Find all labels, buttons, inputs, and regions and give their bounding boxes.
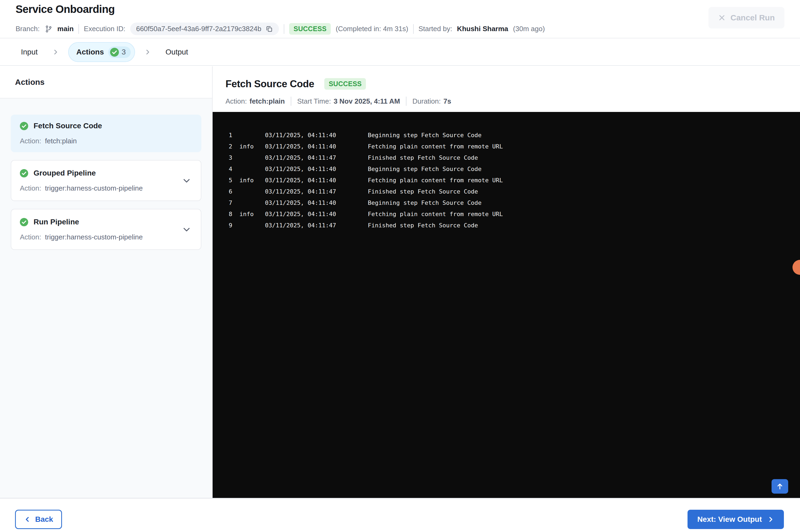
log-line-message: Beginning step Fetch Source Code: [368, 197, 800, 209]
step-start-label: Start Time:: [297, 97, 331, 106]
scroll-to-top-button[interactable]: [772, 479, 788, 494]
step-action-value: fetch:plain: [250, 97, 285, 106]
step-detail-panel: Fetch Source Code SUCCESS Action: fetch:…: [213, 66, 800, 498]
log-line: 903/11/2025, 04:11:47Finished step Fetch…: [213, 220, 800, 231]
arrow-up-icon: [776, 482, 784, 490]
close-icon: [718, 14, 726, 21]
log-line-number: 1: [229, 130, 240, 141]
log-line: 403/11/2025, 04:11:40Beginning step Fetc…: [213, 164, 800, 175]
log-line: 5info03/11/2025, 04:11:40Fetching plain …: [213, 175, 800, 186]
content-area: Actions Fetch Source CodeAction:fetch:pl…: [0, 66, 800, 498]
step-duration-label: Duration:: [412, 97, 441, 106]
log-line-number: 6: [229, 186, 240, 197]
actions-count-pill: 3: [108, 46, 131, 58]
run-status-badge: SUCCESS: [289, 23, 331, 35]
action-value: trigger:harness-custom-pipeline: [45, 233, 143, 241]
log-line-timestamp: 03/11/2025, 04:11:40: [265, 209, 368, 220]
chevron-left-icon: [24, 516, 31, 523]
log-line: 103/11/2025, 04:11:40Beginning step Fetc…: [213, 130, 800, 141]
action-card[interactable]: Run PipelineAction:trigger:harness-custo…: [11, 209, 201, 250]
chevron-right-icon: [767, 516, 774, 523]
execution-meta-row: Branch: main Execution ID: 660f50a7-5eef…: [16, 22, 545, 35]
check-circle-icon: [110, 48, 119, 57]
actions-count: 3: [121, 48, 126, 56]
log-line-level: info: [240, 209, 265, 220]
action-value: trigger:harness-custom-pipeline: [45, 184, 143, 192]
completed-in-text: (Completed in: 4m 31s): [336, 25, 408, 33]
tab-input[interactable]: Input: [16, 43, 43, 61]
log-line-message: Beginning step Fetch Source Code: [368, 164, 800, 175]
started-by-name: Khushi Sharma: [457, 25, 508, 33]
git-branch-icon: [44, 25, 53, 33]
chevron-right-icon: [52, 49, 59, 56]
log-line-timestamp: 03/11/2025, 04:11:47: [265, 220, 368, 231]
log-line: 303/11/2025, 04:11:47Finished step Fetch…: [213, 152, 800, 164]
log-line-number: 8: [229, 209, 240, 220]
tab-actions[interactable]: Actions 3: [68, 42, 135, 62]
top-header: Service Onboarding Branch: main Executio…: [0, 0, 800, 38]
log-line: 603/11/2025, 04:11:47Finished step Fetch…: [213, 186, 800, 197]
log-line-timestamp: 03/11/2025, 04:11:40: [265, 141, 368, 152]
log-line: 2info03/11/2025, 04:11:40Fetching plain …: [213, 141, 800, 152]
log-line-number: 3: [229, 152, 240, 164]
chevron-right-icon: [144, 49, 151, 56]
actions-list: Fetch Source CodeAction:fetch:plainGroup…: [0, 98, 212, 261]
action-value: fetch:plain: [45, 137, 77, 145]
log-lines: 103/11/2025, 04:11:40Beginning step Fetc…: [213, 130, 800, 231]
log-console[interactable]: 103/11/2025, 04:11:40Beginning step Fetc…: [213, 112, 800, 498]
check-circle-icon: [20, 169, 28, 177]
branch-name: main: [57, 25, 74, 33]
action-card[interactable]: Grouped PipelineAction:trigger:harness-c…: [11, 160, 201, 201]
execution-id-label: Execution ID:: [84, 25, 126, 33]
log-line-message: Fetching plain content from remote URL: [368, 175, 800, 186]
started-ago-text: (30m ago): [513, 25, 545, 33]
action-card-title: Run Pipeline: [34, 218, 79, 226]
log-line-timestamp: 03/11/2025, 04:11:47: [265, 152, 368, 164]
next-view-output-button[interactable]: Next: View Output: [687, 510, 784, 529]
log-line-level: [240, 130, 265, 141]
divider: [78, 24, 79, 34]
log-line-timestamp: 03/11/2025, 04:11:40: [265, 164, 368, 175]
stepper-bar: Input Actions 3 Output: [0, 39, 800, 66]
log-line-timestamp: 03/11/2025, 04:11:47: [265, 186, 368, 197]
copy-icon[interactable]: [266, 25, 273, 33]
divider: [413, 24, 414, 34]
action-card-title: Fetch Source Code: [34, 121, 102, 130]
execution-id-pill: 660f50a7-5eef-43a6-9ff7-2a2179c3824b: [130, 22, 279, 35]
action-card-title: Grouped Pipeline: [34, 169, 96, 177]
divider: [291, 97, 291, 106]
actions-sidebar: Actions Fetch Source CodeAction:fetch:pl…: [0, 66, 213, 498]
divider: [284, 24, 284, 34]
cancel-run-button[interactable]: Cancel Run: [708, 7, 784, 28]
divider: [406, 97, 406, 106]
next-label: Next: View Output: [697, 515, 762, 524]
log-line-level: [240, 164, 265, 175]
cancel-run-label: Cancel Run: [730, 13, 775, 22]
log-line-message: Beginning step Fetch Source Code: [368, 130, 800, 141]
tab-output[interactable]: Output: [160, 43, 194, 61]
action-card[interactable]: Fetch Source CodeAction:fetch:plain: [11, 115, 201, 152]
tab-actions-label: Actions: [76, 48, 104, 56]
step-title: Fetch Source Code: [226, 78, 314, 90]
log-line-level: [240, 220, 265, 231]
log-line-timestamp: 03/11/2025, 04:11:40: [265, 197, 368, 209]
chevron-down-icon[interactable]: [182, 225, 191, 234]
log-line-level: [240, 186, 265, 197]
log-line-level: [240, 152, 265, 164]
log-line: 703/11/2025, 04:11:40Beginning step Fetc…: [213, 197, 800, 209]
log-line-message: Finished step Fetch Source Code: [368, 220, 800, 231]
log-line: 8info03/11/2025, 04:11:40Fetching plain …: [213, 209, 800, 220]
step-meta-row: Action: fetch:plain Start Time: 3 Nov 20…: [226, 97, 800, 106]
back-button[interactable]: Back: [15, 510, 62, 529]
log-line-number: 5: [229, 175, 240, 186]
check-circle-icon: [20, 218, 28, 226]
log-line-timestamp: 03/11/2025, 04:11:40: [265, 175, 368, 186]
log-line-level: info: [240, 141, 265, 152]
chevron-down-icon[interactable]: [182, 176, 191, 185]
branch-label: Branch:: [16, 25, 40, 33]
log-line-message: Finished step Fetch Source Code: [368, 152, 800, 164]
log-line-number: 4: [229, 164, 240, 175]
floating-widget-button[interactable]: [793, 260, 800, 275]
sidebar-title: Actions: [0, 66, 212, 98]
log-line-level: info: [240, 175, 265, 186]
